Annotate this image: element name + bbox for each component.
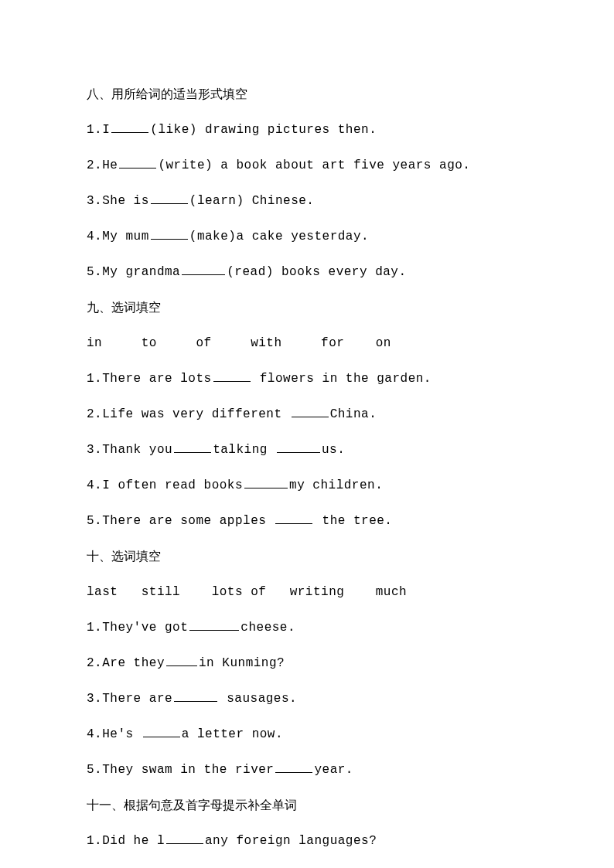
q-prefix: 1.I [87,123,110,137]
q-mid: talking [213,443,275,457]
q-prefix: 5.They swam in the river [87,763,274,777]
section-10-item-1: 1.They've gotcheese. [87,618,527,637]
section-10-wordbank: last still lots of writing much [87,583,527,601]
section-9-item-2: 2.Life was very different China. [87,405,527,424]
section-9-item-5: 5.There are some apples the tree. [87,512,527,530]
section-9-wordbank: in to of with for on [87,334,527,352]
section-8-item-1: 1.I(like) drawing pictures then. [87,121,527,139]
q-prefix: 1.Did he l [87,834,165,848]
q-suffix: the tree. [314,514,392,528]
q-hint: (read) books every day. [227,265,406,279]
q-prefix: 2.He [87,158,118,172]
q-suffix: cheese. [240,621,295,635]
section-9-item-3: 3.Thank youtalking us. [87,441,527,459]
q-prefix: 1.There are lots [87,372,212,386]
q-prefix: 4.My mum [87,230,149,243]
q-suffix: China. [330,407,377,421]
q-suffix: a letter now. [182,727,283,741]
blank[interactable] [151,192,188,204]
blank[interactable] [166,654,197,666]
q-suffix: year. [314,763,353,777]
section-8-item-3: 3.She is(learn) Chinese. [87,192,527,210]
blank[interactable] [189,618,239,631]
q-suffix: sausages. [219,692,297,706]
blank[interactable] [174,441,211,453]
blank[interactable] [275,512,312,524]
q-suffix: in Kunming? [199,656,285,670]
blank[interactable] [244,476,288,488]
section-9-item-1: 1.There are lots flowers in the garden. [87,369,527,388]
q-prefix: 1.They've got [87,621,188,635]
q-suffix: flowers in the garden. [252,372,432,386]
blank[interactable] [174,689,217,702]
section-9-item-4: 4.I often read booksmy children. [87,476,527,495]
section-11-heading: 十一、根据句意及首字母提示补全单词 [87,796,527,815]
blank[interactable] [119,156,156,168]
section-8-item-5: 5.My grandma(read) books every day. [87,263,527,281]
q-suffix: us. [322,443,345,457]
q-prefix: 4.He's [87,727,142,741]
q-prefix: 5.There are some apples [87,514,274,528]
q-prefix: 2.Are they [87,656,165,670]
section-10-item-2: 2.Are theyin Kunming? [87,654,527,672]
q-hint: (learn) Chinese. [189,194,315,208]
section-11-item-1: 1.Did he lany foreign languages? [87,832,527,850]
q-prefix: 3.She is [87,194,149,208]
section-10-item-3: 3.There are sausages. [87,689,527,708]
q-suffix: my children. [289,478,383,492]
q-hint: (make)a cake yesterday. [189,230,369,243]
q-prefix: 5.My grandma [87,265,180,279]
q-prefix: 3.There are [87,692,172,706]
blank[interactable] [277,441,320,453]
section-10-heading: 十、选词填空 [87,547,527,566]
blank[interactable] [213,369,251,382]
q-prefix: 3.Thank you [87,443,172,457]
q-suffix: any foreign languages? [205,834,377,848]
q-hint: (write) a book about art five years ago. [158,158,470,172]
blank[interactable] [292,405,329,417]
blank[interactable] [143,725,180,737]
section-8-heading: 八、用所给词的适当形式填空 [87,85,527,104]
blank[interactable] [182,263,225,275]
q-hint: (like) drawing pictures then. [150,123,377,137]
section-8-item-4: 4.My mum(make)a cake yesterday. [87,227,527,246]
blank[interactable] [275,761,312,773]
q-prefix: 2.Life was very different [87,407,290,421]
section-8-item-2: 2.He(write) a book about art five years … [87,156,527,175]
blank[interactable] [111,121,148,133]
q-prefix: 4.I often read books [87,478,243,492]
section-10-item-4: 4.He's a letter now. [87,725,527,744]
section-9-heading: 九、选词填空 [87,298,527,317]
blank[interactable] [151,227,188,240]
blank[interactable] [166,832,203,844]
section-10-item-5: 5.They swam in the riveryear. [87,761,527,779]
